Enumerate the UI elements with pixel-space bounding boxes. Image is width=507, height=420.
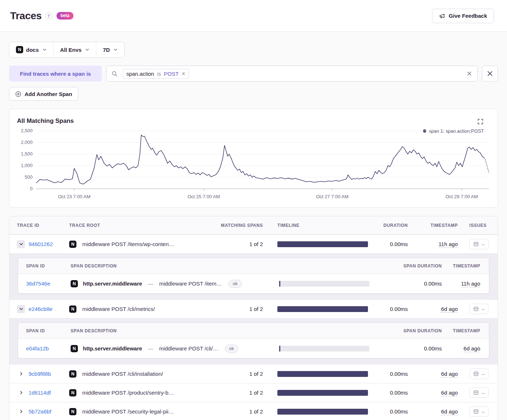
svg-text:0: 0 bbox=[30, 186, 33, 191]
span-search-input[interactable]: span.action is POST ✕ bbox=[106, 66, 478, 82]
issues-button[interactable]: – bbox=[469, 304, 489, 314]
search-filter-token[interactable]: span.action is POST ✕ bbox=[123, 69, 189, 79]
collapse-row-button[interactable] bbox=[17, 240, 25, 248]
matching-spans-value: 1 of 2 bbox=[219, 408, 263, 415]
span-duration-value: 0.00ms bbox=[402, 345, 442, 352]
matching-spans-value: 1 of 2 bbox=[219, 390, 263, 396]
timestamp-value[interactable]: 6d ago bbox=[441, 390, 458, 396]
span-status-badge: ok bbox=[225, 345, 239, 353]
issues-button[interactable]: – bbox=[469, 369, 489, 379]
project-selector-label: docs bbox=[26, 47, 39, 53]
matching-spans-value: 1 of 2 bbox=[219, 241, 263, 247]
all-matching-spans-panel: All Matching Spans span 1: span.action:P… bbox=[9, 109, 498, 208]
page-filter-bar: N docs All Envs 7D bbox=[9, 42, 125, 58]
span-id-link[interactable]: 36d7546e bbox=[26, 280, 50, 287]
give-feedback-button[interactable]: Give Feedback bbox=[432, 9, 494, 23]
span-description: middleware POST /cli/… bbox=[159, 345, 218, 352]
issues-button[interactable]: – bbox=[469, 239, 489, 249]
span-timeline-bar[interactable] bbox=[279, 281, 369, 287]
timestamp-value[interactable]: 6d ago bbox=[441, 371, 458, 378]
timeline-bar[interactable] bbox=[277, 241, 368, 247]
timeline-bar[interactable] bbox=[277, 390, 368, 396]
spans-line-chart: 05001,0001,5002,0002,500Oct 23 7:00 AMOc… bbox=[14, 128, 493, 204]
page-header: Traces ? beta Give Feedback bbox=[0, 0, 507, 32]
span-sub-table: SPAN ID SPAN DESCRIPTION SPAN DURATION T… bbox=[18, 258, 489, 294]
add-another-span-button[interactable]: Add Another Span bbox=[9, 87, 78, 101]
span-header-row: SPAN ID SPAN DESCRIPTION SPAN DURATION T… bbox=[18, 323, 489, 339]
col-span-duration: SPAN DURATION bbox=[402, 328, 442, 333]
remove-span-filter-button[interactable] bbox=[482, 66, 498, 82]
span-header-row: SPAN ID SPAN DESCRIPTION SPAN DURATION T… bbox=[18, 258, 489, 274]
table-row: 1d6114df Nmiddleware POST /product/sentr… bbox=[9, 383, 498, 402]
duration-value: 0.00ms bbox=[372, 306, 408, 312]
page-title: Traces bbox=[10, 10, 42, 22]
nextjs-icon: N bbox=[16, 46, 23, 53]
issues-button[interactable]: – bbox=[469, 387, 489, 398]
col-span-description: SPAN DESCRIPTION bbox=[71, 263, 279, 269]
trace-id-link[interactable]: e246cb8e bbox=[29, 306, 53, 312]
col-timeline: TIMELINE bbox=[263, 223, 372, 228]
expand-row-button[interactable] bbox=[17, 408, 25, 416]
span-row: e04fa12b N http.server.middleware — midd… bbox=[18, 339, 489, 358]
issues-button[interactable]: – bbox=[469, 406, 489, 417]
span-timestamp-value[interactable]: 6d ago bbox=[464, 345, 480, 352]
timestamp-value[interactable]: 6d ago bbox=[441, 408, 458, 415]
trace-id-link[interactable]: 1d6114df bbox=[29, 390, 51, 396]
timeline-bar[interactable] bbox=[277, 371, 368, 377]
expand-row-button[interactable] bbox=[17, 370, 25, 378]
environment-selector-label: All Envs bbox=[60, 47, 81, 53]
collapse-row-button[interactable] bbox=[17, 305, 25, 313]
col-span-duration: SPAN DURATION bbox=[402, 263, 442, 269]
col-timestamp: TIMESTAMP bbox=[408, 223, 458, 228]
span-timestamp-value[interactable]: 11h ago bbox=[461, 280, 480, 287]
nextjs-icon: N bbox=[69, 241, 76, 248]
nextjs-icon: N bbox=[69, 370, 76, 378]
chevron-down-icon bbox=[113, 47, 118, 52]
svg-text:Oct 25 7:00 AM: Oct 25 7:00 AM bbox=[188, 194, 220, 199]
timestamp-value[interactable]: 6d ago bbox=[441, 306, 458, 313]
span-op: http.server.middleware bbox=[83, 345, 142, 352]
table-header-row: TRACE ID TRACE ROOT MATCHING SPANS TIMEL… bbox=[9, 216, 498, 234]
matching-spans-value: 1 of 2 bbox=[219, 371, 263, 377]
beta-badge: beta bbox=[56, 12, 74, 20]
trace-id-link[interactable]: 94601262 bbox=[29, 241, 53, 247]
clear-search-icon[interactable] bbox=[466, 71, 472, 76]
chart-title: All Matching Spans bbox=[17, 117, 74, 125]
expand-row-button[interactable] bbox=[17, 389, 25, 397]
duration-value: 0.00ms bbox=[372, 390, 408, 396]
svg-text:2,500: 2,500 bbox=[21, 128, 33, 133]
fullscreen-icon[interactable] bbox=[477, 118, 483, 125]
issues-empty-dash: – bbox=[482, 408, 485, 415]
timestamp-value[interactable]: 11h ago bbox=[439, 241, 458, 248]
project-selector[interactable]: N docs bbox=[9, 42, 53, 57]
table-row: e246cb8e Nmiddleware POST /cli/metrics/ … bbox=[9, 299, 498, 318]
span-id-link[interactable]: e04fa12b bbox=[26, 345, 49, 352]
nextjs-icon: N bbox=[69, 408, 76, 415]
issues-icon bbox=[473, 306, 479, 312]
issues-icon bbox=[473, 371, 479, 377]
issues-empty-dash: – bbox=[482, 241, 485, 247]
chevron-down-icon bbox=[19, 242, 24, 246]
date-range-selector[interactable]: 7D bbox=[96, 42, 124, 57]
col-span-id: SPAN ID bbox=[18, 328, 71, 333]
date-range-selector-label: 7D bbox=[103, 47, 110, 53]
col-trace-root: TRACE ROOT bbox=[69, 223, 219, 228]
span-timeline-bar[interactable] bbox=[279, 346, 369, 352]
span-timeline-tick bbox=[279, 346, 280, 352]
timeline-bar[interactable] bbox=[277, 306, 368, 312]
trace-root: middleware POST /security-legal-pii… bbox=[82, 408, 174, 415]
timeline-bar[interactable] bbox=[277, 409, 368, 415]
table-row: 94601262 Nmiddleware POST /items/wp-cont… bbox=[9, 234, 498, 253]
nextjs-icon: N bbox=[71, 345, 78, 352]
col-issues: ISSUES bbox=[458, 223, 498, 228]
svg-text:Oct 29 7:00 AM: Oct 29 7:00 AM bbox=[445, 194, 478, 199]
environment-selector[interactable]: All Envs bbox=[53, 42, 96, 57]
span-timeline-tick bbox=[279, 281, 280, 287]
trace-id-link[interactable]: 5b72a6bf bbox=[29, 408, 51, 415]
token-remove-icon[interactable]: ✕ bbox=[181, 71, 185, 76]
help-icon[interactable]: ? bbox=[45, 12, 52, 19]
find-traces-label: Find traces where a span is bbox=[9, 66, 102, 82]
expanded-span-section: SPAN ID SPAN DESCRIPTION SPAN DURATION T… bbox=[9, 253, 498, 299]
trace-id-link[interactable]: 9cb9f88b bbox=[29, 371, 51, 377]
col-span-id: SPAN ID bbox=[18, 263, 71, 269]
